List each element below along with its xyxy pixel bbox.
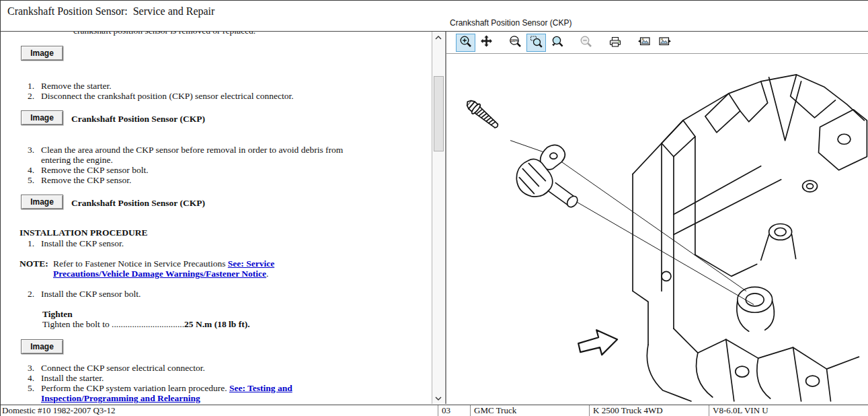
note-text: Refer to Fastener Notice in Service Prec… — [53, 258, 228, 269]
step-number: 5. — [28, 383, 40, 393]
step-number: 4. — [28, 165, 40, 175]
step-text: Clean the area around the CKP sensor bef… — [41, 145, 350, 165]
image-button[interactable]: Image — [21, 46, 63, 61]
previous-image-button[interactable] — [634, 34, 654, 52]
scrollbar-thumb[interactable] — [434, 76, 444, 151]
tighten-value: 25 N.m (18 lb ft) — [184, 319, 247, 329]
list-item: 2. Install the CKP sensor bolt. — [28, 289, 141, 299]
zoom-100-icon: 100% — [509, 35, 522, 50]
list-item: 1. Remove the starter. — [28, 81, 112, 91]
procedure-document-panel[interactable]: crankshaft position sensor is removed or… — [1, 32, 432, 404]
image-viewer-title: Crankshaft Position Sensor (CKP) — [450, 18, 571, 28]
chevron-down-icon — [435, 396, 442, 401]
step-text: Install the CKP sensor. — [41, 238, 124, 248]
printer-icon — [608, 36, 622, 50]
zoom-in-button[interactable] — [456, 34, 475, 52]
step-number: 5. — [28, 175, 40, 185]
figure-caption: Crankshaft Position Sensor (CKP) — [71, 198, 205, 209]
figure-caption: Crankshaft Position Sensor (CKP) — [71, 114, 205, 125]
step-text: Disconnect the crankshaft position (CKP)… — [41, 91, 294, 101]
status-bar: Domestic #10 1982-2007 Q3-12 03 GMC Truc… — [1, 405, 868, 416]
viewer-toolbar: 100% — [446, 32, 868, 54]
scroll-down-button[interactable] — [432, 392, 444, 404]
pan-button[interactable] — [477, 34, 496, 52]
status-year: 03 — [438, 405, 450, 416]
service-manual-window: Crankshaft Position Sensor: Service and … — [0, 0, 868, 416]
engine-block-ckp-diagram — [446, 55, 868, 404]
note-body: Refer to Fastener Notice in Service Prec… — [53, 258, 288, 279]
scroll-up-button[interactable] — [432, 32, 444, 43]
note-suffix: . — [266, 269, 268, 279]
zoom-in-icon — [459, 35, 473, 50]
page-title: Crankshaft Position Sensor: Service and … — [7, 5, 214, 18]
step-text: Remove the CKP sensor bolt. — [41, 165, 149, 175]
step-number: 2. — [28, 91, 40, 101]
zoom-out-button[interactable] — [576, 34, 596, 52]
step-text: Perform the CKP system variation learn p… — [41, 383, 313, 403]
svg-text:100%: 100% — [510, 38, 518, 42]
image-button[interactable]: Image — [21, 339, 63, 354]
step-text: Install the CKP sensor bolt. — [41, 289, 141, 299]
note-label: NOTE: — [19, 258, 48, 269]
list-item: 5. Remove the CKP sensor. — [28, 175, 132, 185]
status-model: K 2500 Truck 4WD — [589, 405, 663, 416]
list-item: 5. Perform the CKP system variation lear… — [28, 383, 313, 403]
zoom-window-icon — [530, 35, 543, 50]
pan-icon — [480, 35, 493, 50]
diagram-canvas[interactable] — [446, 55, 868, 404]
title-bar: Crankshaft Position Sensor: Service and … — [1, 1, 868, 32]
list-item: 3. Clean the area around the CKP sensor … — [28, 145, 350, 165]
zoom-out-icon — [580, 35, 593, 50]
step-text-lead: Perform the CKP system variation learn p… — [41, 383, 229, 393]
step-number: 4. — [28, 373, 40, 383]
zoom-dynamic-icon — [551, 35, 564, 50]
image-button[interactable]: Image — [21, 110, 63, 125]
step-number: 2. — [28, 289, 40, 299]
tighten-label: Tighten — [42, 309, 73, 320]
step-text: Connect the CKP sensor electrical connec… — [41, 363, 205, 373]
print-button[interactable] — [605, 34, 625, 52]
document-scrollbar[interactable] — [432, 32, 444, 404]
step-number: 3. — [28, 145, 40, 155]
image-viewer-panel: 100% — [446, 32, 868, 404]
tighten-spec: Tighten the bolt to ....................… — [42, 319, 250, 330]
tighten-suffix: . — [247, 319, 249, 329]
tighten-lead: Tighten the bolt to ....................… — [42, 319, 184, 329]
next-image-button[interactable] — [655, 34, 674, 52]
clipped-paragraph-text: crankshaft position sensor is removed or… — [73, 32, 255, 36]
next-image-icon — [658, 35, 672, 50]
image-button[interactable]: Image — [21, 195, 63, 209]
list-item: 2. Disconnect the crankshaft position (C… — [28, 91, 294, 101]
previous-image-icon — [637, 35, 651, 50]
zoom-actual-size-button[interactable]: 100% — [506, 34, 525, 52]
chevron-up-icon — [435, 36, 442, 40]
step-number: 1. — [28, 81, 40, 91]
step-text: Remove the CKP sensor. — [41, 175, 132, 185]
list-item: 4. Install the starter. — [28, 373, 104, 383]
step-number: 1. — [28, 238, 40, 248]
zoom-window-button[interactable] — [526, 34, 546, 52]
status-database: Domestic #10 1982-2007 Q3-12 — [1, 405, 116, 416]
list-item: 1. Install the CKP sensor. — [28, 238, 124, 248]
step-text: Install the starter. — [41, 373, 104, 383]
step-number: 3. — [28, 363, 40, 373]
list-item: 4. Remove the CKP sensor bolt. — [28, 165, 149, 175]
installation-procedure-heading: INSTALLATION PROCEDURE — [19, 228, 147, 238]
status-make: GMC Truck — [470, 405, 516, 416]
step-text: Remove the starter. — [41, 81, 112, 91]
status-engine: V8-6.0L VIN U — [709, 405, 768, 416]
zoom-dynamic-button[interactable] — [547, 34, 567, 52]
list-item: 3. Connect the CKP sensor electrical con… — [28, 363, 205, 373]
